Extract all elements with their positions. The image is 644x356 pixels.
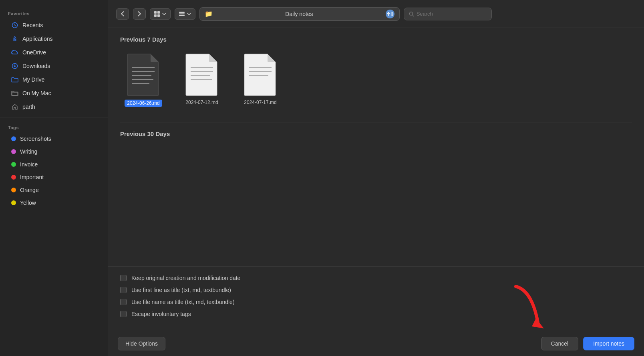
sidebar-item-invoice[interactable]: Invoice	[3, 158, 105, 170]
download-icon	[11, 62, 18, 70]
checkbox-3[interactable]	[120, 299, 127, 305]
important-label: Important	[20, 174, 44, 180]
checkbox-4[interactable]	[120, 311, 127, 317]
parth-label: parth	[22, 104, 35, 110]
option-row-2: Use first line as title (txt, md, textbu…	[120, 287, 632, 293]
file1-name: 2024-06-26.md	[125, 100, 162, 107]
yellow-label: Yellow	[20, 200, 36, 206]
option-label-3: Use file name as title (txt, md, textbun…	[131, 299, 235, 305]
invoice-dot	[11, 162, 16, 167]
onedrive-label: OneDrive	[22, 49, 46, 56]
sidebar-item-downloads[interactable]: Downloads	[3, 60, 105, 72]
file-area: Previous 7 Days	[108, 28, 644, 266]
search-icon	[409, 11, 414, 17]
content-area: 📁 Daily notes	[108, 0, 644, 356]
home-icon	[11, 103, 18, 110]
main-panel: 📁 Daily notes	[108, 0, 644, 356]
option-row-4: Escape involuntary tags	[120, 311, 632, 317]
sidebar-item-applications[interactable]: Applications	[3, 32, 105, 45]
checkbox-1[interactable]	[120, 275, 127, 281]
cloud-icon	[11, 49, 18, 56]
sidebar-item-onedrive[interactable]: OneDrive	[3, 46, 105, 59]
section-divider	[120, 122, 632, 122]
screenshots-dot	[11, 136, 16, 141]
sidebar-item-mydrive[interactable]: My Drive	[3, 73, 105, 86]
sidebar-item-orange[interactable]: Orange	[3, 184, 105, 196]
import-button[interactable]: Import notes	[583, 337, 634, 350]
list-chevron-icon	[187, 13, 191, 15]
option-row-1: Keep original creation and modification …	[120, 275, 632, 281]
file-icon-1	[123, 52, 163, 96]
favorites-label: Favorites	[0, 8, 108, 18]
back-button[interactable]	[116, 8, 129, 20]
orange-label: Orange	[20, 187, 39, 193]
bottom-bar: Hide Options Cancel Import notes	[108, 331, 644, 356]
applications-label: Applications	[22, 36, 53, 42]
writing-label: Writing	[20, 148, 37, 155]
sidebar-item-important[interactable]: Important	[3, 171, 105, 183]
option-label-1: Keep original creation and modification …	[131, 275, 240, 281]
screenshots-label: Screenshots	[20, 136, 51, 142]
svg-rect-6	[179, 13, 185, 14]
sidebar-item-writing[interactable]: Writing	[3, 146, 105, 158]
file-item-2[interactable]: 2024-07-12.md	[179, 49, 225, 110]
file-icon-3	[240, 52, 280, 96]
svg-rect-5	[179, 12, 185, 13]
clock-icon	[11, 22, 18, 29]
downloads-label: Downloads	[22, 63, 50, 69]
location-chevron-button[interactable]	[386, 10, 394, 18]
cancel-button[interactable]: Cancel	[541, 337, 579, 350]
section1-title: Previous 7 Days	[120, 36, 632, 43]
options-area: Keep original creation and modification …	[108, 266, 644, 331]
file-item-1[interactable]: 2024-06-26.md	[120, 49, 167, 110]
option-row-3: Use file name as title (txt, md, textbun…	[120, 299, 632, 305]
files-grid: 2024-06-26.md 2024-07-12	[120, 49, 632, 110]
tags-label: Tags	[0, 122, 108, 132]
hide-options-button[interactable]: Hide Options	[118, 337, 165, 350]
grid-view-icon	[154, 11, 160, 17]
sidebar-item-parth[interactable]: parth	[3, 100, 105, 113]
search-input[interactable]	[417, 11, 487, 17]
toolbar: 📁 Daily notes	[108, 0, 644, 28]
recents-label: Recents	[22, 22, 43, 28]
rocket-icon	[11, 35, 18, 42]
svg-point-1	[14, 38, 15, 39]
orange-dot	[11, 188, 16, 192]
right-buttons: Cancel Import notes	[541, 337, 634, 350]
file-item-3[interactable]: 2024-07-17.md	[237, 49, 284, 110]
option-label-4: Escape involuntary tags	[131, 311, 191, 317]
sidebar-item-screenshots[interactable]: Screenshots	[3, 133, 105, 145]
folder-location[interactable]: 📁 Daily notes	[199, 7, 400, 21]
sidebar: Favorites Recents Applications OneDrive	[0, 0, 108, 356]
yellow-dot	[11, 200, 16, 205]
file2-name: 2024-07-12.md	[185, 100, 218, 105]
view-grid-button[interactable]	[150, 8, 171, 20]
svg-rect-7	[179, 15, 185, 16]
invoice-label: Invoice	[20, 161, 38, 168]
folder-icon	[11, 76, 18, 83]
view-list-button[interactable]	[175, 8, 195, 20]
onmymac-label: On My Mac	[22, 90, 51, 96]
file3-name: 2024-07-17.md	[244, 100, 276, 105]
folder-outline-icon	[11, 90, 18, 97]
view-chevron-icon	[162, 13, 166, 15]
checkbox-2[interactable]	[120, 287, 127, 293]
writing-dot	[11, 149, 16, 154]
folder-blue-icon: 📁	[205, 10, 213, 18]
sidebar-divider	[0, 118, 108, 118]
folder-location-label: Daily notes	[216, 11, 382, 17]
file-icon-2	[182, 52, 222, 96]
mydrive-label: My Drive	[22, 76, 44, 83]
svg-rect-4	[12, 92, 18, 95]
search-box[interactable]	[404, 8, 492, 20]
section2-title: Previous 30 Days	[120, 130, 632, 137]
sidebar-item-onmymac[interactable]: On My Mac	[3, 87, 105, 100]
important-dot	[11, 175, 16, 180]
forward-button[interactable]	[133, 8, 146, 20]
sidebar-item-yellow[interactable]: Yellow	[3, 197, 105, 209]
list-view-icon	[179, 12, 185, 16]
sidebar-item-recents[interactable]: Recents	[3, 19, 105, 32]
option-label-2: Use first line as title (txt, md, textbu…	[131, 287, 231, 293]
